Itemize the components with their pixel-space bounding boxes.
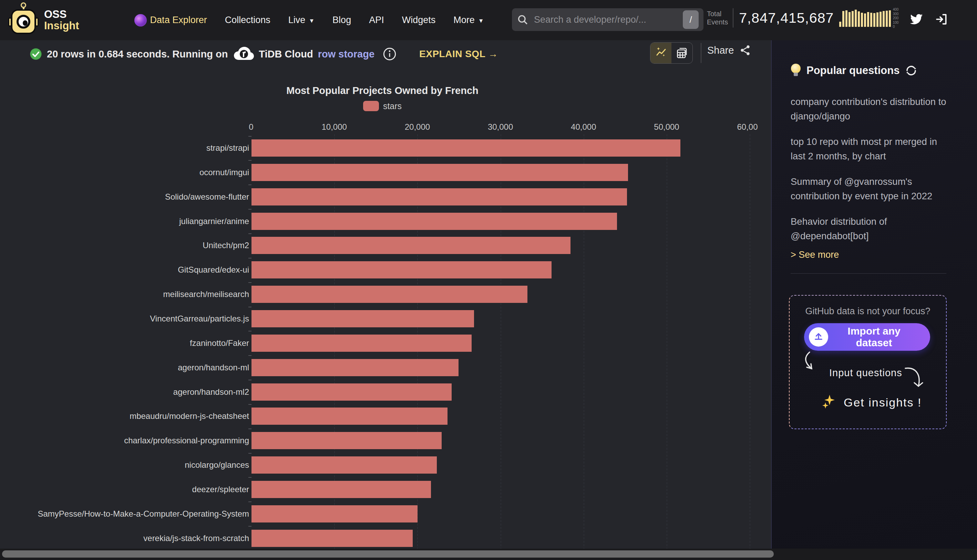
bar-fzaninotto-faker (251, 335, 472, 352)
gridline (667, 134, 667, 550)
y-axis-tick (248, 355, 251, 356)
x-axis-tick-label: 50,000 (654, 122, 679, 132)
bar-category-label: deezer/spleeter (0, 485, 249, 494)
search-input[interactable] (534, 15, 683, 25)
bar-category-label: mbeaudru/modern-js-cheatsheet (0, 411, 249, 421)
y-axis-tick (248, 380, 251, 380)
nav-item-data-explorer[interactable]: Data Explorer (134, 14, 207, 27)
promo-step-get-insights: Get insights ! (822, 395, 922, 410)
spark-bar (864, 13, 866, 27)
bar-deezer-spleeter (251, 481, 431, 498)
spark-bar (886, 11, 888, 27)
hand-drawn-arrow-1 (800, 351, 828, 375)
y-axis-tick (248, 209, 251, 210)
see-more-link[interactable]: > See more (791, 250, 839, 260)
nav-item-api[interactable]: API (369, 15, 384, 25)
chevron-down-icon: ▼ (309, 18, 315, 25)
spark-bar (873, 13, 875, 27)
bar-gitsquared-edex-ui (251, 261, 552, 278)
horizontal-scrollbar-track (0, 548, 977, 560)
bar-category-label: fzaninotto/Faker (0, 338, 249, 348)
spark-bar (845, 10, 848, 27)
brand-text: OSS Insight (44, 9, 79, 31)
x-axis-tick-label: 10,000 (321, 122, 346, 132)
total-events-value: 7,847,415,687 (739, 10, 834, 26)
y-axis-tick (248, 136, 251, 137)
import-button-label: Import any dataset (828, 325, 920, 349)
refresh-icon[interactable] (905, 64, 917, 77)
hand-drawn-arrow-2 (903, 366, 931, 394)
gridline (749, 134, 750, 550)
bar-verekia-js-stack-from-scratch (251, 530, 413, 547)
bar-category-label: Unitech/pm2 (0, 241, 249, 250)
bar-category-label: SamyPesse/How-to-Make-a-Computer-Operati… (0, 509, 249, 519)
popular-questions-title: Popular questions (806, 64, 900, 77)
bar-category-label: charlax/professional-programming (0, 436, 249, 445)
chevron-down-icon: ▼ (478, 18, 484, 25)
spark-bar (889, 10, 891, 27)
popular-question-item[interactable]: Behavior distribution of @dependabot[bot… (791, 215, 952, 243)
spark-bar (870, 13, 872, 27)
nav-item-blog[interactable]: Blog (333, 15, 351, 25)
y-axis-tick (248, 331, 251, 332)
search-box[interactable]: / (512, 8, 703, 31)
x-axis-tick-label: 30,000 (488, 122, 513, 132)
nav-item-live[interactable]: Live▼ (288, 15, 315, 25)
spark-bar (839, 22, 841, 27)
bar-ageron-handson-ml2 (251, 383, 452, 401)
y-axis-tick (248, 233, 251, 234)
y-axis-tick (248, 502, 251, 502)
bar-category-label: GitSquared/edex-ui (0, 265, 249, 275)
spark-bar (848, 12, 851, 27)
promo-question: GitHub data is not your focus? (790, 306, 946, 317)
twitter-icon[interactable] (909, 12, 924, 26)
nav-item-widgets[interactable]: Widgets (402, 15, 436, 25)
bar-category-label: verekia/js-stack-from-scratch (0, 533, 249, 543)
y-axis-tick (248, 428, 251, 429)
spark-bar (861, 13, 863, 27)
nav-item-more[interactable]: More▼ (453, 15, 483, 25)
x-axis-tick-label: 0 (249, 122, 253, 132)
promo-step-input-questions: Input questions (829, 367, 902, 378)
popular-question-item[interactable]: Summary of @gvanrossum's contribution by… (791, 175, 952, 203)
popular-question-item[interactable]: company contribution's distribution to d… (791, 95, 952, 123)
import-dataset-promo-card: GitHub data is not your focus? Import an… (789, 295, 947, 429)
spark-bar (883, 11, 885, 27)
y-axis-tick (248, 404, 251, 405)
y-axis-tick (248, 160, 251, 161)
bar-strapi-strapi (251, 139, 680, 157)
bar-unitech-pm2 (251, 237, 570, 254)
bar-category-label: ageron/handson-ml2 (0, 387, 249, 397)
brand-line1: OSS (44, 9, 79, 20)
events-sparkline-chart: 4003002001000 (839, 8, 897, 28)
brand-logo[interactable]: OSS Insight (8, 4, 79, 37)
nav-item-collections[interactable]: Collections (225, 15, 271, 25)
spark-bar (867, 12, 869, 27)
bar-category-label: strapi/strapi (0, 143, 249, 153)
total-events-counter: Total Events 7,847,415,687 4003002001000 (707, 8, 897, 28)
y-axis-tick (248, 185, 251, 185)
popular-question-item[interactable]: top 10 repo with most pr merged in last … (791, 135, 952, 163)
horizontal-scrollbar-thumb[interactable] (2, 550, 774, 558)
sparkles-icon (822, 395, 838, 410)
main-nav: Data ExplorerCollectionsLive▼BlogAPIWidg… (134, 14, 484, 27)
bar-category-label: meilisearch/meilisearch (0, 290, 249, 299)
bar-juliangarnier-anime (251, 213, 617, 230)
spark-bar (877, 12, 878, 27)
upload-icon (809, 327, 828, 347)
total-events-label: Total Events (707, 10, 728, 26)
import-dataset-button[interactable]: Import any dataset (804, 323, 930, 351)
bar-ageron-handson-ml (251, 359, 458, 376)
sign-in-icon[interactable] (934, 12, 949, 26)
y-axis-tick (248, 307, 251, 307)
bar-samypesse-how-to-make-a-computer-operating-system (251, 505, 418, 522)
data-explorer-orb-icon (134, 14, 147, 27)
x-axis-tick-label: 60,000 (737, 122, 758, 132)
y-axis-tick (248, 453, 251, 453)
spark-bar (858, 12, 860, 27)
slash-shortcut-keycap: / (683, 10, 699, 29)
bar-nicolargo-glances (251, 457, 437, 473)
bar-category-label: VincentGarreau/particles.js (0, 314, 249, 323)
lightbulb-icon (791, 64, 801, 77)
bar-charlax-professional-programming (251, 432, 442, 449)
